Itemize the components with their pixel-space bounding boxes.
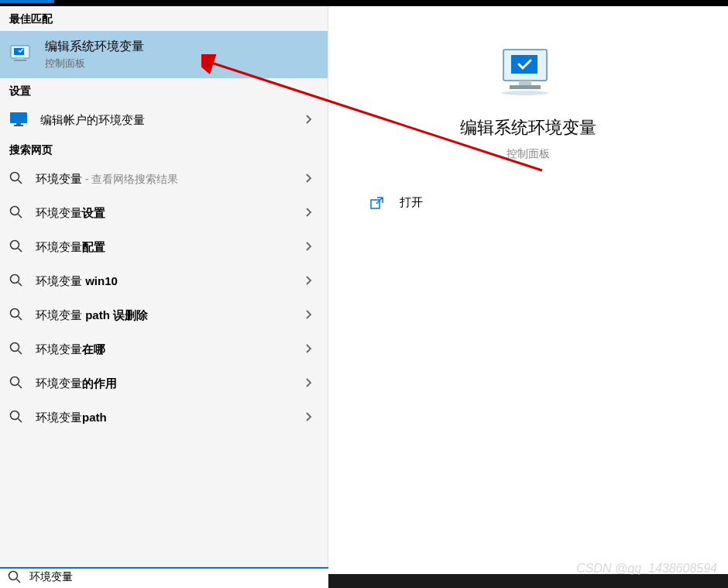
taskbar	[328, 574, 728, 588]
web-item-label: 环境变量 path 误删除	[36, 308, 306, 323]
chevron-right-icon	[306, 343, 318, 356]
web-search-item[interactable]: 环境变量在哪	[0, 332, 328, 366]
web-search-item[interactable]: 环境变量配置	[0, 230, 328, 264]
settings-result-item[interactable]: 编辑帐户的环境变量	[0, 103, 328, 137]
search-icon	[9, 205, 25, 221]
svg-line-22	[19, 419, 22, 423]
section-web-search: 搜索网页	[0, 137, 328, 162]
open-icon	[370, 196, 384, 210]
section-settings: 设置	[0, 78, 328, 103]
open-label: 打开	[400, 195, 423, 210]
web-item-label: 环境变量设置	[36, 206, 306, 221]
svg-rect-26	[510, 85, 541, 89]
search-icon	[9, 410, 25, 425]
settings-item-label: 编辑帐户的环境变量	[40, 113, 306, 128]
svg-point-31	[9, 572, 18, 580]
monitor-icon	[9, 112, 28, 129]
svg-line-20	[19, 385, 22, 389]
chevron-right-icon	[306, 114, 318, 126]
search-input-bar[interactable]: 环境变量	[0, 567, 328, 586]
svg-point-9	[11, 207, 19, 215]
web-item-label: 环境变量在哪	[36, 342, 306, 357]
search-icon	[9, 171, 25, 187]
svg-point-19	[11, 377, 19, 386]
chevron-right-icon	[306, 309, 318, 322]
svg-rect-25	[519, 81, 531, 85]
svg-point-7	[11, 173, 19, 181]
svg-line-32	[17, 579, 21, 583]
window-top-bar	[0, 0, 728, 6]
web-item-label: 环境变量path	[36, 411, 306, 425]
web-search-item[interactable]: 环境变量 win10	[0, 264, 328, 298]
svg-line-16	[19, 317, 22, 321]
svg-point-15	[11, 309, 19, 318]
search-results-panel: 最佳匹配 编辑系统环境变量 控制面板 设置	[0, 6, 328, 572]
svg-line-8	[19, 181, 22, 184]
search-icon	[9, 273, 25, 289]
web-item-label: 环境变量的作用	[36, 377, 306, 391]
chevron-right-icon	[306, 377, 318, 390]
chevron-right-icon	[306, 411, 318, 424]
svg-rect-4	[10, 112, 27, 123]
top-bar-accent	[0, 0, 54, 3]
search-icon	[9, 342, 25, 357]
best-match-result[interactable]: 编辑系统环境变量 控制面板	[0, 31, 328, 78]
chevron-right-icon	[306, 173, 318, 185]
svg-point-27	[502, 91, 548, 95]
web-search-item[interactable]: 环境变量设置	[0, 196, 328, 230]
search-icon	[8, 570, 22, 584]
search-input-text: 环境变量	[29, 570, 73, 584]
svg-point-11	[11, 241, 19, 249]
web-item-label: 环境变量 win10	[36, 274, 306, 289]
svg-line-12	[19, 249, 22, 253]
detail-title: 编辑系统环境变量	[460, 116, 596, 139]
chevron-right-icon	[306, 207, 318, 219]
svg-rect-5	[16, 123, 21, 125]
web-search-item[interactable]: 环境变量 path 误删除	[0, 298, 328, 332]
svg-rect-24	[511, 55, 537, 74]
svg-point-21	[11, 411, 19, 420]
chevron-right-icon	[306, 241, 318, 253]
search-icon	[9, 376, 25, 391]
detail-panel: 编辑系统环境变量 控制面板 打开	[328, 6, 728, 572]
web-search-item[interactable]: 环境变量 - 查看网络搜索结果	[0, 162, 328, 196]
web-item-label: 环境变量 - 查看网络搜索结果	[36, 172, 306, 187]
search-icon	[9, 308, 25, 323]
svg-rect-6	[14, 125, 23, 126]
svg-line-14	[19, 283, 22, 287]
detail-system-icon	[497, 45, 559, 102]
svg-rect-3	[14, 60, 26, 61]
search-icon	[9, 239, 25, 255]
web-search-item[interactable]: 环境变量path	[0, 401, 328, 435]
result-title: 编辑系统环境变量	[45, 39, 318, 55]
system-settings-icon	[9, 43, 34, 67]
open-action[interactable]: 打开	[328, 184, 728, 221]
svg-rect-2	[17, 58, 23, 60]
result-subtitle: 控制面板	[45, 57, 318, 70]
svg-point-17	[11, 343, 19, 352]
detail-subtitle: 控制面板	[507, 147, 550, 161]
web-item-label: 环境变量配置	[36, 240, 306, 255]
section-best-match: 最佳匹配	[0, 6, 328, 31]
chevron-right-icon	[306, 275, 318, 287]
svg-line-18	[19, 351, 22, 355]
svg-line-10	[19, 215, 22, 218]
web-search-item[interactable]: 环境变量的作用	[0, 366, 328, 401]
svg-point-13	[11, 275, 19, 284]
